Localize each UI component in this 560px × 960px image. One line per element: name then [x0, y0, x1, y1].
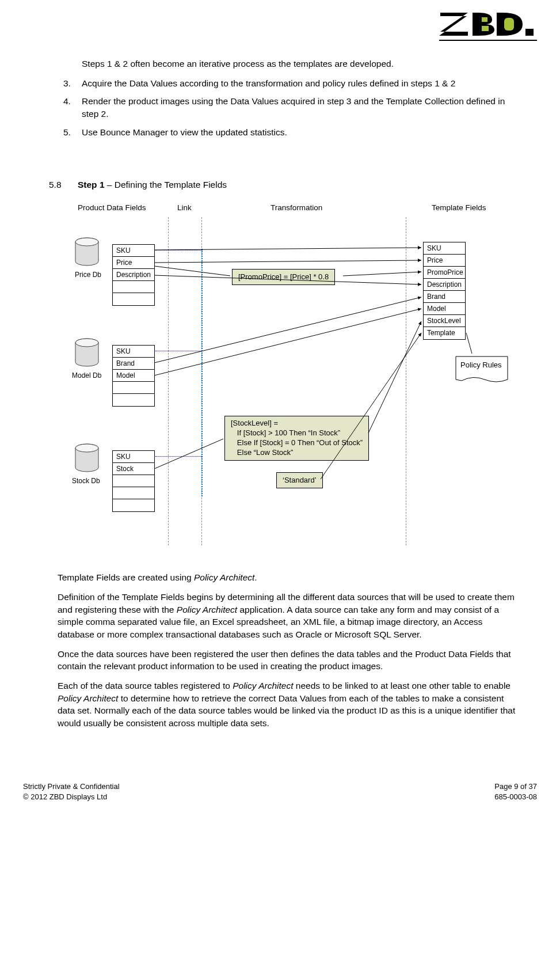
policy-rules-label: Policy Rules: [460, 360, 502, 370]
svg-line-20: [154, 439, 223, 469]
cylinder-icon: [75, 338, 99, 371]
transformation-promoprice: [PromoPrice] = [Price] * 0.8: [232, 269, 335, 285]
list-text: Use Bounce Manager to view the updated s…: [82, 126, 520, 139]
field-row: Template: [424, 327, 465, 339]
field-row: SKU: [113, 245, 154, 257]
template-fields-table: SKU Price PromoPrice Description Brand M…: [423, 242, 466, 340]
zbd-logo: [439, 12, 537, 44]
svg-point-8: [75, 238, 98, 246]
svg-rect-0: [473, 13, 478, 36]
field-row: Price: [113, 257, 154, 269]
field-row: Model: [424, 303, 465, 315]
field-row: [113, 487, 154, 499]
section-number: 5.8: [49, 179, 78, 191]
trans-line: [StockLevel] =: [231, 419, 363, 428]
svg-point-10: [75, 339, 98, 347]
header-link: Link: [177, 203, 192, 214]
field-row: Description: [424, 279, 465, 291]
svg-rect-4: [504, 18, 514, 31]
field-row: Description: [113, 269, 154, 281]
field-row: [113, 394, 154, 406]
svg-line-18: [154, 297, 421, 363]
field-row: [113, 499, 154, 511]
field-row: [113, 293, 154, 305]
field-row: SKU: [113, 451, 154, 463]
text: to determine how to retrieve the correct…: [58, 693, 515, 728]
model-db-fields: SKU Brand Model: [112, 345, 155, 407]
field-row: PromoPrice: [424, 267, 465, 279]
text: .: [254, 572, 257, 582]
svg-line-14: [154, 260, 421, 263]
list-number: 5.: [63, 126, 82, 139]
footer-confidential: Strictly Private & Confidential: [23, 781, 120, 792]
italic-text: Policy Architect: [233, 681, 293, 690]
field-row: StockLevel: [424, 315, 465, 327]
intro-note: Steps 1 & 2 often become an iterative pr…: [82, 58, 520, 70]
svg-rect-1: [482, 17, 487, 22]
transformation-stocklevel: [StockLevel] = If [Stock] > 100 Then “In…: [224, 416, 369, 461]
header-transformation: Transformation: [271, 203, 322, 214]
stock-db-fields: SKU Stock: [112, 450, 155, 512]
svg-line-23: [466, 333, 472, 354]
footer-left: Strictly Private & Confidential © 2012 Z…: [23, 781, 120, 802]
field-row: Model: [113, 370, 154, 382]
price-db-fields: SKU Price Description: [112, 244, 155, 306]
svg-point-12: [75, 444, 98, 452]
template-fields-diagram: Product Data Fields Link Transformation …: [58, 203, 520, 560]
field-row: Brand: [424, 291, 465, 303]
field-row: [113, 281, 154, 293]
policy-rules-doc: Policy Rules: [455, 355, 508, 383]
list-text: Render the product images using the Data…: [82, 95, 520, 120]
list-item-3: 3. Acquire the Data Values according to …: [58, 77, 520, 90]
body-p4: Each of the data source tables registere…: [58, 680, 520, 730]
section-title-rest: – Defining the Template Fields: [105, 180, 227, 189]
cylinder-icon: [75, 443, 99, 476]
body-p1: Template Fields are created using Policy…: [58, 571, 520, 584]
svg-line-19: [154, 309, 421, 375]
field-row: SKU: [113, 346, 154, 358]
svg-line-21: [368, 321, 421, 433]
italic-text: Policy Architect: [194, 572, 254, 582]
section-heading: 5.8 Step 1 – Defining the Template Field…: [58, 179, 520, 191]
italic-text: Policy Architect: [177, 605, 237, 614]
footer-copyright: © 2012 ZBD Displays Ltd: [23, 792, 120, 802]
field-row: [113, 475, 154, 487]
italic-text: Policy Architect: [58, 693, 118, 703]
svg-rect-5: [525, 29, 534, 36]
text: Template Fields are created using: [58, 572, 194, 582]
field-row: SKU: [424, 242, 465, 255]
list-text: Acquire the Data Values according to the…: [82, 77, 520, 90]
transformation-standard: ‘Standard’: [276, 472, 323, 488]
svg-line-16: [343, 272, 421, 276]
body-p3: Once the data sources have been register…: [58, 648, 520, 673]
footer-doc-id: 685-0003-08: [494, 792, 537, 802]
list-item-4: 4. Render the product images using the D…: [58, 95, 520, 120]
trans-line: Else If [Stock] = 0 Then “Out of Stock”: [231, 438, 363, 448]
page-footer: Strictly Private & Confidential © 2012 Z…: [23, 781, 537, 802]
svg-line-15: [154, 266, 230, 276]
text: Each of the data source tables registere…: [58, 681, 233, 690]
svg-rect-3: [497, 13, 502, 36]
cylinder-icon: [75, 237, 99, 270]
body-p2: Definition of the Template Fields begins…: [58, 591, 520, 641]
list-number: 3.: [63, 77, 82, 90]
footer-page-number: Page 9 of 37: [494, 781, 537, 792]
list-number: 4.: [63, 95, 82, 120]
footer-right: Page 9 of 37 685-0003-08: [494, 781, 537, 802]
stock-db-label: Stock Db: [72, 476, 100, 486]
header-product-data-fields: Product Data Fields: [78, 203, 146, 214]
field-row: Price: [424, 255, 465, 267]
price-db-label: Price Db: [75, 270, 101, 280]
model-db-label: Model Db: [72, 371, 101, 381]
svg-rect-2: [482, 26, 489, 31]
trans-line: If [Stock] > 100 Then “In Stock”: [231, 428, 363, 438]
list-item-5: 5. Use Bounce Manager to view the update…: [58, 126, 520, 139]
text: needs to be linked to at least one other…: [294, 681, 511, 690]
field-row: [113, 382, 154, 394]
field-row: Stock: [113, 463, 154, 475]
field-row: Brand: [113, 358, 154, 370]
header-template-fields: Template Fields: [432, 203, 486, 214]
trans-line: Else “Low Stock”: [231, 448, 363, 458]
section-title-bold: Step 1: [78, 180, 105, 189]
